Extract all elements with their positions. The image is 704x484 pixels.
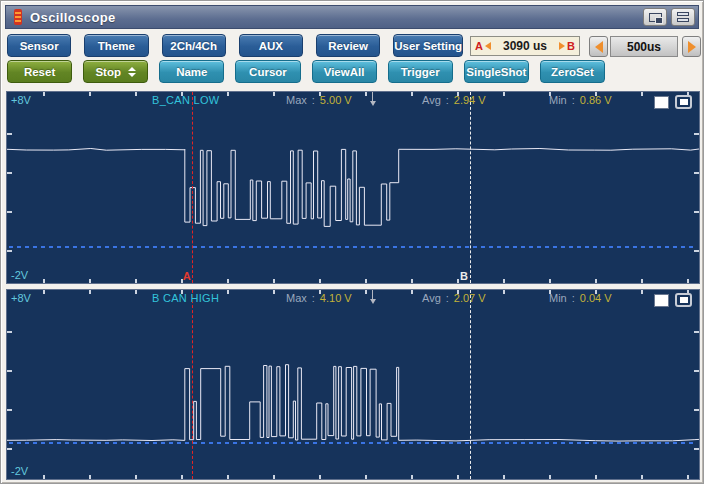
timebase-next-button[interactable] bbox=[682, 36, 701, 57]
oscilloscope-window: Oscilloscope Sensor Theme 2Ch/4Ch AUX Re… bbox=[0, 0, 704, 484]
toolbar-row-2: Reset Stop Name Cursor ViewAll Trigger S… bbox=[7, 60, 605, 83]
stop-button[interactable]: Stop bbox=[83, 60, 148, 83]
theme-button[interactable]: Theme bbox=[84, 34, 148, 57]
channel-name: B CAN HIGH bbox=[152, 292, 219, 304]
square-icon bbox=[680, 99, 688, 105]
zero-volt-gridline bbox=[9, 246, 697, 248]
user-setting-button[interactable]: User Setting bbox=[393, 34, 463, 57]
left-triangle-icon bbox=[485, 42, 491, 50]
cursor-a-label: A bbox=[183, 270, 191, 282]
ruler-ticks bbox=[694, 290, 699, 479]
bottom-voltage-label: -2V bbox=[11, 269, 28, 281]
waveform-app-icon bbox=[14, 9, 22, 25]
split-horizontal-icon bbox=[677, 12, 689, 22]
cursor-button[interactable]: Cursor bbox=[235, 60, 300, 83]
right-triangle-icon bbox=[559, 42, 565, 50]
zero-volt-gridline bbox=[9, 442, 697, 444]
cursor-b-line[interactable] bbox=[470, 290, 471, 479]
window-title: Oscilloscope bbox=[30, 10, 116, 25]
channel-name: B_CAN LOW bbox=[152, 94, 220, 106]
sensor-button[interactable]: Sensor bbox=[7, 34, 71, 57]
titlebar-buttons bbox=[643, 8, 698, 26]
timebase-prev-button[interactable] bbox=[589, 36, 608, 57]
trigger-marker-icon bbox=[372, 92, 373, 101]
top-voltage-label: +8V bbox=[11, 94, 31, 106]
square-icon bbox=[680, 297, 688, 303]
ruler-ticks bbox=[7, 475, 699, 479]
review-button[interactable]: Review bbox=[316, 34, 380, 57]
min-stat: Min:0.04 V bbox=[549, 292, 612, 304]
right-triangle-icon bbox=[688, 41, 696, 53]
channel-style-button[interactable] bbox=[675, 95, 692, 109]
channel-1-plot: +8V B_CAN LOW Max:5.00 V Avg:2.94 V Min:… bbox=[6, 91, 700, 284]
trigger-marker-icon bbox=[372, 290, 373, 299]
singleshot-button[interactable]: SingleShot bbox=[464, 60, 529, 83]
trigger-button[interactable]: Trigger bbox=[388, 60, 453, 83]
cursor-a-line[interactable] bbox=[192, 92, 193, 283]
cursor-b-line[interactable] bbox=[470, 92, 471, 283]
name-button[interactable]: Name bbox=[159, 60, 224, 83]
cursor-b-tag: B bbox=[567, 40, 575, 52]
avg-stat: Avg:2.07 V bbox=[422, 292, 486, 304]
max-stat: Max:4.10 V bbox=[286, 292, 352, 304]
titlebar: Oscilloscope bbox=[5, 5, 699, 29]
ruler-ticks bbox=[694, 92, 699, 283]
channel-2-waveform bbox=[7, 290, 699, 479]
channel-visible-checkbox[interactable] bbox=[654, 96, 669, 109]
avg-stat: Avg:2.94 V bbox=[422, 94, 486, 106]
top-voltage-label: +8V bbox=[11, 292, 31, 304]
reset-button[interactable]: Reset bbox=[7, 60, 72, 83]
channel-1-waveform bbox=[7, 92, 699, 283]
viewall-button[interactable]: ViewAll bbox=[312, 60, 377, 83]
cursor-b-label: B bbox=[460, 270, 468, 282]
ruler-ticks bbox=[7, 290, 12, 479]
channel-mode-button[interactable]: 2Ch/4Ch bbox=[162, 34, 226, 57]
left-triangle-icon bbox=[595, 41, 603, 53]
window-export-icon bbox=[649, 13, 662, 22]
toolbar-row-1: Sensor Theme 2Ch/4Ch AUX Review User Set… bbox=[7, 34, 463, 57]
ab-time-value: 3090 us bbox=[503, 39, 547, 53]
stop-button-label: Stop bbox=[95, 66, 121, 78]
up-down-spinner-icon bbox=[128, 67, 136, 77]
capture-button[interactable] bbox=[643, 8, 667, 26]
ruler-ticks bbox=[7, 92, 12, 283]
layout-button[interactable] bbox=[671, 8, 695, 26]
min-stat: Min:0.86 V bbox=[549, 94, 612, 106]
ruler-ticks bbox=[7, 279, 699, 283]
cursor-a-tag: A bbox=[475, 40, 483, 52]
bottom-voltage-label: -2V bbox=[11, 465, 28, 477]
cursor-a-line[interactable] bbox=[192, 290, 193, 479]
ab-cursor-time-readout: A 3090 us B bbox=[470, 36, 580, 56]
timebase-display: 500us bbox=[610, 36, 678, 57]
zeroset-button[interactable]: ZeroSet bbox=[540, 60, 605, 83]
channel-style-button[interactable] bbox=[675, 293, 692, 307]
aux-button[interactable]: AUX bbox=[239, 34, 303, 57]
max-stat: Max:5.00 V bbox=[286, 94, 352, 106]
channel-visible-checkbox[interactable] bbox=[654, 294, 669, 307]
channel-2-plot: +8V B CAN HIGH Max:4.10 V Avg:2.07 V Min… bbox=[6, 289, 700, 480]
